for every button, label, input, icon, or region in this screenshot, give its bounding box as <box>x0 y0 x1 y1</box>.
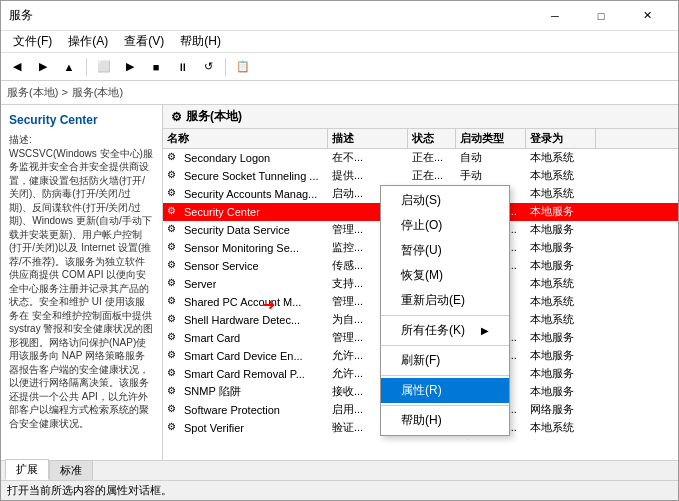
menu-view[interactable]: 查看(V) <box>116 31 172 53</box>
service-name: Software Protection <box>184 404 280 416</box>
service-login: 本地系统 <box>526 167 596 185</box>
service-icon: ⚙ <box>167 205 181 219</box>
service-login: 本地服务 <box>526 437 596 440</box>
context-menu-item[interactable]: 重新启动(E) <box>381 288 509 313</box>
address-label: 服务(本地) > <box>7 85 68 100</box>
context-menu-item[interactable]: 刷新(F) <box>381 348 509 373</box>
service-start-type: 手动 <box>456 437 526 440</box>
address-value: 服务(本地) <box>72 85 123 100</box>
close-button[interactable]: ✕ <box>624 1 670 31</box>
back-button[interactable]: ◀ <box>5 56 29 78</box>
service-name: Shared PC Account M... <box>184 296 301 308</box>
service-name: Security Center <box>184 206 260 218</box>
service-login: 本地系统 <box>526 275 596 293</box>
left-panel: Security Center 描述: WSCSVC(Windows 安全中心)… <box>1 105 163 460</box>
properties-button[interactable]: 📋 <box>231 56 255 78</box>
restart-button[interactable]: ↺ <box>196 56 220 78</box>
submenu-arrow-icon: ▶ <box>481 325 489 336</box>
toolbar-sep1 <box>86 58 87 76</box>
service-login: 本地服务 <box>526 347 596 365</box>
service-name: Security Accounts Manag... <box>184 188 317 200</box>
context-menu-item[interactable]: 停止(O) <box>381 213 509 238</box>
menu-item-label: 帮助(H) <box>401 412 442 429</box>
header-name[interactable]: 名称 <box>163 129 328 148</box>
context-menu-item[interactable]: 属性(R) <box>381 378 509 403</box>
service-start-type: 手动 <box>456 167 526 185</box>
service-login: 网络服务 <box>526 401 596 419</box>
service-icon: ⚙ <box>167 349 181 363</box>
service-name: Smart Card Device En... <box>184 350 303 362</box>
stop-button[interactable]: ■ <box>144 56 168 78</box>
table-row[interactable]: ⚙Secondary Logon在不...正在...自动本地系统 <box>163 149 678 167</box>
main-window: 服务 ─ □ ✕ 文件(F) 操作(A) 查看(V) 帮助(H) ◀ ▶ ▲ ⬜… <box>0 0 679 501</box>
maximize-button[interactable]: □ <box>578 1 624 31</box>
service-name: Spot Verifier <box>184 422 244 434</box>
service-login: 本地系统 <box>526 149 596 167</box>
service-login: 本地服务 <box>526 383 596 401</box>
status-text: 打开当前所选内容的属性对话框。 <box>7 483 172 498</box>
service-icon: ⚙ <box>167 241 181 255</box>
gear-icon: ⚙ <box>171 110 182 124</box>
service-icon: ⚙ <box>167 439 181 440</box>
header-login[interactable]: 登录为 <box>526 129 596 148</box>
menu-separator <box>381 405 509 406</box>
menu-item-label: 所有任务(K) <box>401 322 465 339</box>
panel-title: ⚙ 服务(本地) <box>163 105 678 129</box>
header-status[interactable]: 状态 <box>408 129 456 148</box>
service-icon: ⚙ <box>167 421 181 435</box>
console-button[interactable]: ⬜ <box>92 56 116 78</box>
toolbar-sep2 <box>225 58 226 76</box>
status-bar: 打开当前所选内容的属性对话框。 <box>1 480 678 500</box>
window-title: 服务 <box>9 7 532 24</box>
tab-extended[interactable]: 扩展 <box>5 459 49 480</box>
menu-action[interactable]: 操作(A) <box>60 31 116 53</box>
bottom-area: 扩展 标准 打开当前所选内容的属性对话框。 <box>1 460 678 500</box>
service-name: Shell Hardware Detec... <box>184 314 300 326</box>
tab-standard[interactable]: 标准 <box>49 460 93 480</box>
context-menu-item[interactable]: 帮助(H) <box>381 408 509 433</box>
left-panel-title: Security Center <box>9 113 154 127</box>
context-menu-item[interactable]: 恢复(M) <box>381 263 509 288</box>
service-icon: ⚙ <box>167 223 181 237</box>
service-name: Sensor Monitoring Se... <box>184 242 299 254</box>
service-status: 正在... <box>408 437 456 440</box>
service-desc: 发现... <box>328 437 408 440</box>
minimize-button[interactable]: ─ <box>532 1 578 31</box>
service-login: 本地服务 <box>526 257 596 275</box>
menu-item-label: 重新启动(E) <box>401 292 465 309</box>
context-menu-item[interactable]: 暂停(U) <box>381 238 509 263</box>
table-row[interactable]: ⚙SSDP Discovery发现...正在...手动本地服务 <box>163 437 678 440</box>
service-icon: ⚙ <box>167 169 181 183</box>
title-bar: 服务 ─ □ ✕ <box>1 1 678 31</box>
up-button[interactable]: ▲ <box>57 56 81 78</box>
service-login: 本地系统 <box>526 419 596 437</box>
menu-separator <box>381 315 509 316</box>
service-name: Secondary Logon <box>184 152 270 164</box>
service-status: 正在... <box>408 167 456 185</box>
header-start[interactable]: 启动类型 <box>456 129 526 148</box>
play-button[interactable]: ▶ <box>118 56 142 78</box>
menu-file[interactable]: 文件(F) <box>5 31 60 53</box>
context-menu-item[interactable]: 启动(S) <box>381 188 509 213</box>
window-controls: ─ □ ✕ <box>532 1 670 31</box>
service-icon: ⚙ <box>167 403 181 417</box>
service-icon: ⚙ <box>167 313 181 327</box>
table-row[interactable]: ⚙Secure Socket Tunneling ...提供...正在...手动… <box>163 167 678 185</box>
pause-button[interactable]: ⏸ <box>170 56 194 78</box>
service-name: Security Data Service <box>184 224 290 236</box>
service-login: 本地系统 <box>526 293 596 311</box>
context-menu-item[interactable]: 所有任务(K)▶ <box>381 318 509 343</box>
service-icon: ⚙ <box>167 187 181 201</box>
service-icon: ⚙ <box>167 367 181 381</box>
service-icon: ⚙ <box>167 295 181 309</box>
service-icon: ⚙ <box>167 277 181 291</box>
header-desc[interactable]: 描述 <box>328 129 408 148</box>
service-icon: ⚙ <box>167 151 181 165</box>
service-login: 本地服务 <box>526 365 596 383</box>
service-login: 本地系统 <box>526 311 596 329</box>
menu-help[interactable]: 帮助(H) <box>172 31 229 53</box>
service-start-type: 自动 <box>456 149 526 167</box>
service-login: 本地服务 <box>526 203 596 221</box>
service-login: 本地服务 <box>526 329 596 347</box>
forward-button[interactable]: ▶ <box>31 56 55 78</box>
